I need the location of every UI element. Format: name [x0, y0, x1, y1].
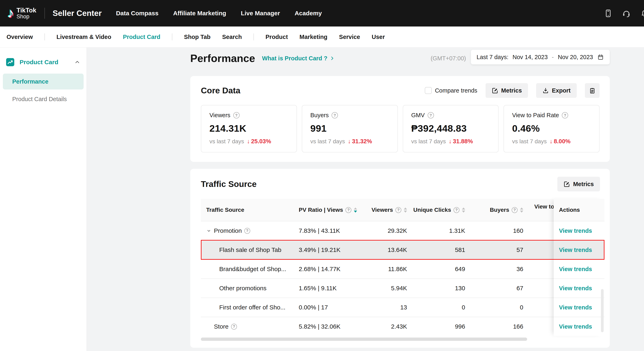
table-row-store[interactable]: Store ? 5.82% | 32.06K 2.43K 996 166	[201, 317, 604, 336]
cell-pv: 7.83% | 43.11K	[295, 227, 359, 234]
date-range-picker[interactable]: Last 7 days: Nov 14, 2023 - Nov 20, 2023	[471, 50, 610, 64]
cell-viewers: 13.64K	[359, 246, 410, 253]
stat-card-buyers: Buyers ? 991 vs last 7 days ↓31.32%	[302, 105, 398, 152]
delta-value: 25.03%	[251, 138, 271, 145]
table-row-first-order-offer[interactable]: First order offer of Sho... 0.00% | 17 1…	[201, 298, 604, 317]
table-row-promotion[interactable]: Promotion ? 7.83% | 43.11K 29.32K 1.31K …	[201, 221, 604, 240]
core-data-card: Core Data Compare trends Metrics	[190, 76, 610, 162]
top-nav-affiliate-marketing[interactable]: Affiliate Marketing	[173, 10, 226, 17]
table-row-flash-sale-highlighted[interactable]: Flash sale of Shop Tab 3.49% | 19.21K 13…	[201, 240, 604, 259]
trend-down-icon: ↓	[449, 138, 452, 145]
table-vertical-scrollbar[interactable]	[601, 289, 604, 332]
help-icon[interactable]: ?	[512, 207, 518, 213]
table-row-other-promotions[interactable]: Other promotions 1.65% | 9.11K 5.94K 130…	[201, 279, 604, 298]
tab-user[interactable]: User	[372, 34, 385, 40]
cell-buyers: 166	[468, 323, 526, 330]
cell-pv: 5.82% | 32.06K	[295, 323, 359, 330]
tab-product[interactable]: Product	[266, 34, 288, 40]
column-header-unique-clicks: Unique Clicks ?	[410, 207, 468, 213]
sidebar-item-performance[interactable]: Performance	[3, 74, 84, 89]
product-card-trend-icon	[6, 58, 14, 66]
tab-shop-tab[interactable]: Shop Tab	[184, 34, 210, 40]
help-icon[interactable]: ?	[562, 112, 568, 118]
column-header-viewers: Viewers ?	[359, 207, 410, 213]
edit-metrics-icon	[492, 87, 498, 94]
traffic-source-title: Traffic Source	[201, 179, 256, 189]
view-trends-link[interactable]: View trends	[559, 285, 592, 292]
help-icon[interactable]: ?	[396, 207, 401, 213]
help-icon[interactable]: ?	[332, 112, 338, 118]
view-trends-link[interactable]: View trends	[559, 304, 592, 311]
sidebar-section-label: Product Card	[20, 59, 58, 66]
chevron-down-icon[interactable]	[206, 228, 212, 233]
trend-down-icon: ↓	[247, 138, 250, 145]
scrollbar-thumb[interactable]	[201, 338, 527, 341]
tab-product-card[interactable]: Product Card	[123, 34, 160, 40]
sort-control-clicks[interactable]	[462, 208, 465, 213]
cell-clicks: 996	[410, 323, 468, 330]
top-nav-data-compass[interactable]: Data Compass	[116, 10, 158, 17]
report-button[interactable]	[585, 83, 600, 98]
table-horizontal-scrollbar[interactable]	[201, 338, 604, 341]
what-is-product-card-link[interactable]: What is Product Card ?	[262, 55, 335, 62]
sidebar-item-product-card-details[interactable]: Product Card Details	[3, 92, 84, 106]
export-button[interactable]: Export	[536, 83, 577, 98]
stat-value: 0.46%	[512, 123, 591, 134]
traffic-metrics-button[interactable]: Metrics	[557, 177, 600, 191]
tab-livestream-video[interactable]: Livestream & Video	[56, 34, 111, 40]
view-trends-link[interactable]: View trends	[559, 228, 592, 234]
metrics-button[interactable]: Metrics	[486, 83, 528, 98]
tab-overview[interactable]: Overview	[6, 34, 33, 40]
support-headset-icon[interactable]	[622, 8, 631, 18]
help-icon[interactable]: ?	[454, 207, 460, 213]
trend-down-icon: ↓	[550, 138, 553, 145]
cell-pv: 3.49% | 19.21K	[295, 246, 359, 253]
help-icon[interactable]: ?	[346, 207, 351, 213]
cell-clicks: 0	[410, 304, 468, 311]
sidebar: Product Card Performance Product Card De…	[0, 47, 87, 351]
sort-control-buyers[interactable]	[520, 208, 523, 213]
sort-control-pv[interactable]	[354, 208, 357, 213]
clipboard-report-icon	[589, 87, 596, 94]
main-content: Performance What is Product Card ? (GMT+…	[87, 47, 644, 351]
section-tab-bar: Overview Livestream & Video Product Card…	[0, 26, 644, 47]
help-icon[interactable]: ?	[231, 324, 237, 330]
tab-search[interactable]: Search	[222, 34, 242, 40]
traffic-source-card: Traffic Source Metrics Traffic Source	[190, 169, 610, 348]
cell-buyers: 67	[468, 285, 526, 292]
date-range-separator: -	[552, 54, 554, 60]
cell-buyers: 36	[468, 266, 526, 273]
date-range-start: Nov 14, 2023	[512, 54, 548, 60]
view-trends-link[interactable]: View trends	[559, 266, 592, 273]
help-icon[interactable]: ?	[233, 112, 240, 118]
view-trends-link[interactable]: View trends	[559, 323, 592, 330]
compare-trends-checkbox[interactable]	[425, 87, 432, 94]
view-trends-link[interactable]: View trends	[559, 247, 592, 253]
core-data-title: Core Data	[201, 86, 240, 95]
top-nav-academy[interactable]: Academy	[295, 10, 322, 17]
notification-bell-icon[interactable]	[640, 8, 644, 18]
cell-buyers: 0	[468, 304, 526, 311]
help-icon[interactable]: ?	[428, 112, 434, 118]
mobile-app-icon[interactable]	[604, 8, 613, 18]
cell-buyers: 57	[468, 246, 526, 253]
help-icon[interactable]: ?	[244, 228, 250, 234]
divider	[254, 33, 254, 40]
chevron-up-icon[interactable]	[74, 59, 80, 65]
stat-card-view-to-paid-rate: View to Paid Rate ? 0.46% vs last 7 days…	[504, 105, 600, 152]
tab-service[interactable]: Service	[339, 34, 360, 40]
delta-value: 8.00%	[554, 138, 570, 145]
sidebar-section-product-card[interactable]: Product Card	[0, 58, 86, 66]
cell-pv: 2.68% | 14.77K	[295, 266, 359, 273]
page-header: Performance What is Product Card ? (GMT+…	[190, 49, 610, 67]
timezone-label: (GMT+07:00)	[431, 55, 466, 62]
page-title: Performance	[190, 52, 255, 64]
cell-pv: 1.65% | 9.11K	[295, 285, 359, 292]
sort-control-viewers[interactable]	[404, 208, 407, 213]
tiktok-shop-logo[interactable]: ♪ TikTok Shop	[7, 7, 36, 20]
table-row-brand-budget[interactable]: Brand&budget of Shop... 2.68% | 14.77K 1…	[201, 259, 604, 279]
tab-marketing[interactable]: Marketing	[300, 34, 328, 40]
stat-card-viewers: Viewers ? 214.31K vs last 7 days ↓25.03%	[201, 105, 297, 152]
top-nav-live-manager[interactable]: Live Manager	[241, 10, 280, 17]
trend-down-icon: ↓	[348, 138, 351, 145]
